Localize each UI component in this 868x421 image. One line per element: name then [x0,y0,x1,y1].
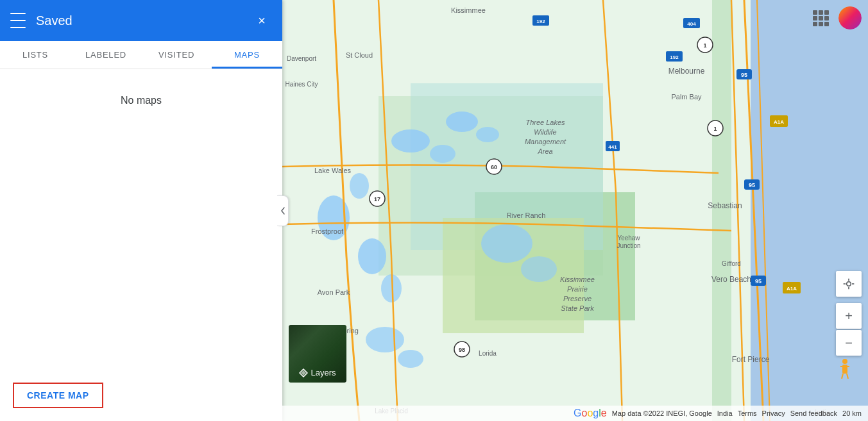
svg-text:98: 98 [459,347,465,353]
svg-text:Gifford: Gifford [722,260,741,267]
svg-point-17 [398,350,423,368]
svg-text:Kissimmee: Kissimmee [560,276,595,283]
copyright-text: Map data ©2022 INEGI, Google [612,409,712,417]
svg-text:A1A: A1A [787,286,797,292]
svg-text:404: 404 [687,21,696,27]
svg-point-15 [521,256,557,282]
sidebar-header: Saved × [0,0,282,41]
svg-text:Davenport: Davenport [287,55,316,62]
avatar-image [838,6,862,29]
tab-lists[interactable]: LISTS [0,41,71,69]
google-logo: Google [574,408,607,419]
terms-link[interactable]: Terms [738,409,757,417]
map-bottom-bar: Google Map data ©2022 INEGI, Google Indi… [282,406,868,421]
svg-point-80 [847,282,851,286]
layers-label: Layers [311,368,336,377]
layers-diamond-icon [299,368,308,377]
svg-text:Haines City: Haines City [285,81,318,88]
svg-line-90 [847,374,848,379]
svg-text:95: 95 [741,72,747,78]
map-canvas: 95 95 95 441 192 192 404 1 1 60 [282,0,868,421]
bottom-links: Map data ©2022 INEGI, Google India Terms… [612,409,862,417]
svg-text:Lorida: Lorida [479,350,497,357]
svg-point-12 [358,238,386,274]
layers-label-container: Layers [299,368,336,377]
svg-text:A1A: A1A [774,119,784,125]
svg-text:Palm Bay: Palm Bay [671,93,702,101]
svg-text:Lake Wales: Lake Wales [314,167,352,174]
tab-visited[interactable]: VISITED [141,41,212,69]
svg-text:441: 441 [608,144,617,150]
svg-text:Kissimmee: Kissimmee [451,6,486,14]
user-avatar[interactable] [838,6,862,29]
svg-line-89 [842,374,843,379]
scale-text: 20 km [842,409,862,417]
svg-text:192: 192 [670,54,679,60]
create-map-button[interactable]: CREATE MAP [13,383,103,408]
map-controls: + − [836,271,862,383]
menu-icon[interactable] [10,13,26,28]
sidebar: Saved × LISTS LABELED VISITED MAPS No ma… [0,0,282,421]
apps-grid-icon [813,10,829,26]
map-area[interactable]: 95 95 95 441 192 192 404 1 1 60 [282,0,868,421]
svg-text:Three Lakes: Three Lakes [525,119,565,126]
svg-text:95: 95 [755,278,762,285]
svg-text:192: 192 [536,19,545,24]
svg-text:1: 1 [713,126,717,132]
header-title: Saved [36,13,251,28]
svg-text:Sebastian: Sebastian [708,201,742,210]
svg-rect-86 [842,365,847,374]
svg-text:Yeehaw: Yeehaw [617,235,640,242]
svg-point-7 [350,173,369,199]
svg-text:95: 95 [749,182,755,188]
svg-text:Area: Area [537,147,552,155]
svg-text:Preserve: Preserve [563,295,591,302]
tab-labeled[interactable]: LABELED [71,41,141,69]
tabs-bar: LISTS LABELED VISITED MAPS [0,41,282,69]
svg-rect-20 [712,0,731,421]
svg-text:State Park: State Park [561,304,594,312]
svg-text:St Cloud: St Cloud [346,51,373,59]
svg-text:Vero Beach: Vero Beach [711,275,751,284]
no-maps-message: No maps [121,95,162,106]
svg-text:Management: Management [525,138,566,145]
sidebar-content: No maps [0,69,282,372]
zoom-out-button[interactable]: − [836,330,862,356]
privacy-link[interactable]: Privacy [762,409,785,417]
svg-point-10 [446,111,478,132]
svg-point-14 [481,224,532,263]
svg-text:Fort Pierce: Fort Pierce [732,355,770,364]
svg-text:1: 1 [703,42,706,49]
sidebar-footer: CREATE MAP [0,372,282,421]
svg-text:Avon Park: Avon Park [318,288,350,296]
svg-point-11 [476,127,499,142]
svg-text:River Ranch: River Ranch [507,211,546,219]
street-view-button[interactable] [836,357,854,383]
collapse-handle[interactable] [277,195,289,226]
top-right-controls [809,6,862,29]
svg-text:Melbourne: Melbourne [668,67,705,76]
svg-text:17: 17 [374,196,380,202]
svg-point-16 [366,327,404,352]
location-button[interactable] [836,271,862,297]
svg-text:Junction: Junction [617,242,640,249]
svg-point-9 [430,145,455,163]
zoom-in-button[interactable]: + [836,303,862,329]
svg-point-8 [391,129,430,153]
feedback-link[interactable]: Send feedback [790,409,837,417]
svg-text:60: 60 [491,164,497,170]
apps-grid-button[interactable] [809,6,832,29]
svg-text:Prairie: Prairie [567,285,588,293]
close-button[interactable]: × [251,10,272,31]
tab-maps[interactable]: MAPS [212,41,282,69]
svg-text:Frostproof: Frostproof [311,227,344,235]
layers-button[interactable]: Layers [289,325,346,383]
svg-point-85 [842,359,847,364]
india-link[interactable]: India [717,409,733,417]
svg-text:Wildlife: Wildlife [534,128,556,136]
